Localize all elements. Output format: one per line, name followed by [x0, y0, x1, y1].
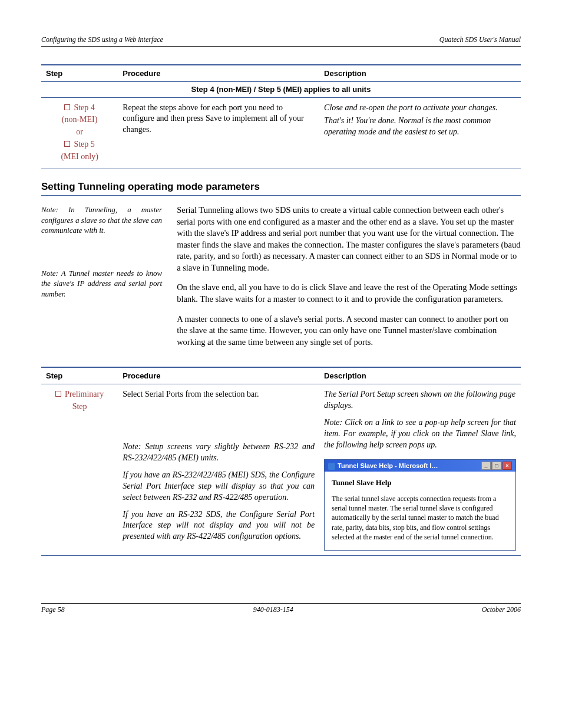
help-titlebar: Tunnel Slave Help - Microsoft I… _ □ ×: [325, 460, 515, 472]
procedure-note: If you have an RS-232/422/485 (MEI) SDS,…: [123, 470, 315, 503]
step-label: Step 4: [74, 103, 94, 112]
help-body: Tunnel Slave Help The serial tunnel slav…: [325, 472, 515, 549]
table-step4: Step Procedure Description Step 4 (non-M…: [41, 64, 521, 169]
step-sublabel: Step: [46, 401, 113, 413]
desc-line: Close and re-open the port to activate y…: [324, 103, 516, 114]
notes-sidebar: Note: In Tunneling, a master configures …: [41, 205, 162, 356]
col-procedure: Procedure: [118, 367, 319, 384]
step-cell: Step 4 (non-MEI) or Step 5 (MEI only): [41, 97, 118, 169]
close-icon[interactable]: ×: [503, 462, 512, 470]
table-row: Step 4 (non-MEI) / Step 5 (MEI) applies …: [41, 82, 521, 98]
col-description: Description: [319, 367, 521, 384]
page-header: Configuring the SDS using a Web interfac…: [41, 35, 521, 47]
help-heading: Tunnel Slave Help: [332, 477, 508, 488]
spanrow-text: Step 4 (non-MEI) / Step 5 (MEI) applies …: [41, 82, 521, 98]
procedure-note: If you have an RS-232 SDS, the Configure…: [123, 509, 315, 543]
table-row: Preliminary Step Select Serial Ports fro…: [41, 384, 521, 556]
desc-note: Note: Click on a link to see a pop-up he…: [324, 417, 516, 451]
note-text: Note: A Tunnel master needs to know the …: [41, 268, 162, 299]
table-row: Step 4 (non-MEI) or Step 5 (MEI only) Re…: [41, 97, 521, 169]
checkbox-icon: [55, 391, 61, 397]
checkbox-icon: [64, 141, 70, 147]
procedure-cell: Repeat the steps above for each port you…: [118, 97, 319, 169]
body-paragraph: On the slave end, all you have to do is …: [177, 282, 521, 305]
checkbox-icon: [64, 104, 70, 110]
body-text: Serial Tunneling allows two SDS units to…: [177, 205, 521, 356]
body-paragraph: Serial Tunneling allows two SDS units to…: [177, 205, 521, 274]
procedure-cell: Select Serial Ports from the selection b…: [118, 384, 319, 556]
table-row: Step Procedure Description: [41, 367, 521, 384]
note-text: Note: In Tunneling, a master configures …: [41, 205, 162, 236]
col-step: Step: [41, 367, 118, 384]
page-footer: Page 58 940-0183-154 October 2006: [41, 603, 521, 614]
minimize-icon[interactable]: _: [481, 462, 491, 470]
description-cell: The Serial Port Setup screen shown on th…: [319, 384, 521, 556]
step-or: or: [46, 127, 113, 138]
step-sublabel: (MEI only): [46, 151, 113, 163]
help-text: The serial tunnel slave accepts connecti…: [332, 494, 508, 542]
help-title-text: Tunnel Slave Help - Microsoft I…: [338, 462, 438, 469]
step-sublabel: (non-MEI): [46, 114, 113, 126]
maximize-icon[interactable]: □: [492, 462, 501, 470]
help-popup: Tunnel Slave Help - Microsoft I… _ □ × T…: [324, 459, 516, 551]
help-window-title: Tunnel Slave Help - Microsoft I…: [328, 462, 438, 470]
table-row: Step Procedure Description: [41, 65, 521, 82]
col-procedure: Procedure: [118, 65, 319, 82]
window-buttons: _ □ ×: [481, 462, 512, 470]
body-paragraph: A master connects to one of a slave's se…: [177, 314, 521, 348]
col-step: Step: [41, 65, 118, 82]
section-heading: Setting Tunneling operating mode paramet…: [41, 181, 521, 196]
col-description: Description: [319, 65, 521, 82]
step-cell: Preliminary Step: [41, 384, 118, 556]
table-preliminary: Step Procedure Description Preliminary S…: [41, 367, 521, 556]
footer-center: 940-0183-154: [253, 605, 293, 614]
footer-right: October 2006: [482, 605, 521, 614]
ie-icon: [328, 463, 335, 470]
desc-line: The Serial Port Setup screen shown on th…: [324, 389, 516, 411]
header-left: Configuring the SDS using a Web interfac…: [41, 35, 163, 44]
content-columns: Note: In Tunneling, a master configures …: [41, 205, 521, 356]
procedure-text: Select Serial Ports from the selection b…: [123, 389, 315, 400]
header-right: Quatech SDS User's Manual: [439, 35, 521, 44]
desc-line: That's it! You're done. Normal is the mo…: [324, 116, 516, 138]
footer-left: Page 58: [41, 605, 65, 614]
step-label: Step 5: [74, 140, 94, 149]
step-label: Preliminary: [65, 390, 104, 398]
description-cell: Close and re-open the port to activate y…: [319, 97, 521, 169]
procedure-note: Note: Setup screens vary slightly betwee…: [123, 442, 315, 464]
